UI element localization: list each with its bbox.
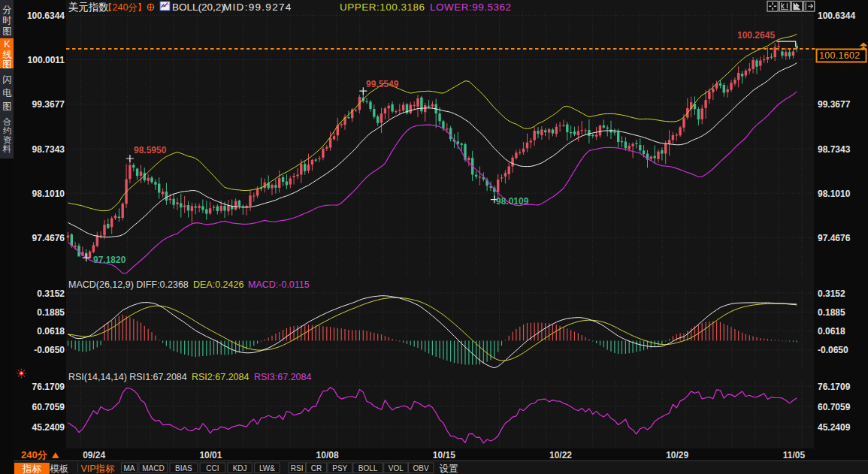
svg-text:60.7059: 60.7059 [32, 402, 65, 412]
svg-text:RSI2:67.2084: RSI2:67.2084 [192, 372, 249, 382]
svg-text:设置: 设置 [440, 463, 459, 474]
svg-text:240分: 240分 [21, 449, 48, 460]
svg-text:时: 时 [2, 15, 12, 26]
svg-text:MACD:-0.0115: MACD:-0.0115 [248, 279, 310, 290]
svg-text:09/24: 09/24 [83, 450, 105, 460]
svg-text:98.5950: 98.5950 [134, 145, 167, 155]
svg-text:指标: 指标 [22, 463, 42, 474]
svg-text:闪: 闪 [2, 74, 12, 85]
svg-text:100.6344: 100.6344 [818, 11, 855, 21]
svg-text:98.7343: 98.7343 [32, 144, 65, 155]
svg-text:76.1709: 76.1709 [818, 382, 851, 392]
svg-text:电: 电 [2, 88, 12, 98]
svg-text:0.3152: 0.3152 [818, 288, 845, 299]
svg-text:0.0618: 0.0618 [37, 326, 65, 337]
svg-text:100.0011: 100.0011 [28, 55, 65, 65]
svg-text:DEA:0.2426: DEA:0.2426 [193, 279, 243, 290]
svg-text:LW&: LW& [259, 464, 275, 472]
svg-text:料: 料 [2, 144, 12, 153]
svg-text:图: 图 [2, 59, 12, 70]
svg-text:11/05: 11/05 [783, 450, 806, 460]
svg-text:99.3677: 99.3677 [818, 99, 851, 110]
svg-text:KDJ: KDJ [233, 464, 247, 472]
svg-text:图: 图 [2, 101, 12, 112]
svg-text:10/15: 10/15 [433, 450, 455, 460]
svg-text:模板: 模板 [50, 463, 69, 474]
svg-text:10/22: 10/22 [549, 450, 572, 460]
svg-text:-0.0650: -0.0650 [34, 345, 65, 355]
svg-text:RSI: RSI [291, 464, 304, 472]
svg-text:BOLL: BOLL [358, 464, 378, 472]
svg-text:0.3152: 0.3152 [37, 288, 65, 299]
svg-text:MACD: MACD [142, 464, 164, 472]
svg-text:99.5549: 99.5549 [366, 79, 399, 89]
svg-text:RSI3:67.2084: RSI3:67.2084 [254, 372, 311, 382]
svg-text:约: 约 [3, 126, 12, 135]
svg-text:10/29: 10/29 [666, 450, 688, 460]
svg-text:资: 资 [3, 135, 12, 144]
svg-text:【240分】: 【240分】 [103, 2, 147, 13]
svg-text:97.4676: 97.4676 [32, 233, 65, 243]
svg-text:98.1010: 98.1010 [818, 189, 851, 199]
svg-text:10/08: 10/08 [316, 450, 339, 460]
svg-text:RSI(14,14,14) RSI1:67.2084: RSI(14,14,14) RSI1:67.2084 [68, 372, 187, 382]
svg-text:-0.0650: -0.0650 [818, 345, 848, 355]
svg-text:VOL: VOL [389, 464, 404, 472]
svg-text:CCI: CCI [206, 464, 219, 472]
svg-text:MID:99.9274: MID:99.9274 [223, 2, 292, 13]
svg-text:98.0109: 98.0109 [496, 196, 529, 207]
svg-text:45.2409: 45.2409 [32, 422, 65, 433]
svg-text:98.7343: 98.7343 [818, 144, 851, 155]
svg-text:0.1885: 0.1885 [37, 307, 65, 318]
svg-text:60.7059: 60.7059 [818, 402, 851, 412]
svg-text:97.1820: 97.1820 [93, 255, 126, 265]
svg-text:0.1885: 0.1885 [818, 307, 845, 318]
svg-text:100.2645: 100.2645 [737, 30, 775, 41]
svg-text:0.0618: 0.0618 [818, 326, 845, 337]
svg-text:图: 图 [2, 26, 12, 37]
svg-text:BIAS: BIAS [175, 464, 192, 472]
svg-text:VIP指标: VIP指标 [80, 463, 115, 474]
svg-text:45.2409: 45.2409 [818, 422, 851, 433]
svg-text:PSY: PSY [332, 464, 347, 472]
svg-text:K: K [4, 39, 11, 50]
svg-text:LOWER:99.5362: LOWER:99.5362 [430, 2, 512, 13]
svg-text:MA: MA [124, 464, 135, 472]
svg-text:76.1709: 76.1709 [32, 382, 65, 392]
svg-text:CR: CR [311, 464, 322, 472]
svg-text:99.3677: 99.3677 [32, 99, 65, 110]
svg-text:UPPER:100.3186: UPPER:100.3186 [340, 2, 425, 13]
svg-text:100.1602: 100.1602 [819, 50, 860, 61]
svg-text:BOLL(20,2): BOLL(20,2) [172, 2, 225, 13]
svg-text:合: 合 [3, 117, 12, 126]
svg-text:MACD(26,12,9) DIFF:0.2368: MACD(26,12,9) DIFF:0.2368 [68, 279, 189, 290]
svg-text:分: 分 [2, 5, 12, 15]
svg-text:98.1010: 98.1010 [32, 189, 65, 199]
svg-text:10/01: 10/01 [199, 450, 222, 460]
svg-text:100.6344: 100.6344 [27, 11, 65, 21]
svg-text:97.4676: 97.4676 [818, 233, 851, 243]
svg-text:OBV: OBV [413, 464, 429, 472]
